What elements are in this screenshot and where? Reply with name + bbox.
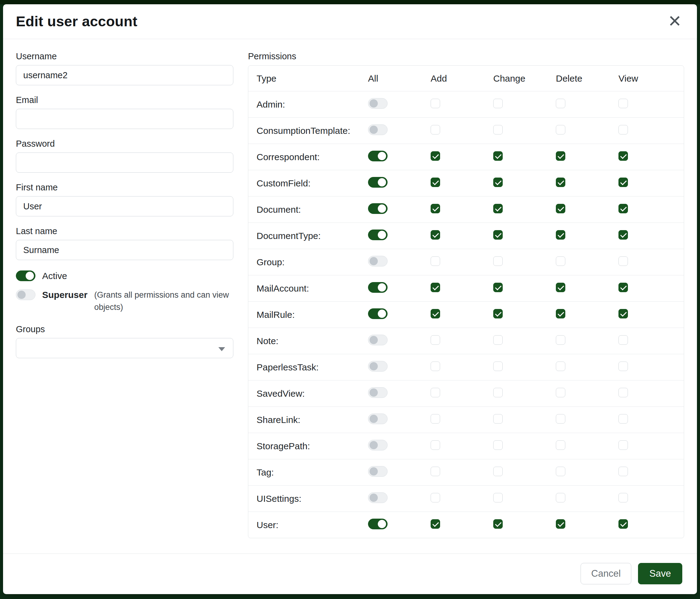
permission-add-checkbox[interactable] <box>431 230 440 240</box>
groups-select[interactable] <box>16 338 233 358</box>
superuser-toggle[interactable] <box>16 289 35 300</box>
permission-all-toggle[interactable] <box>368 256 388 266</box>
permission-all-toggle[interactable] <box>368 282 388 293</box>
permission-all-toggle[interactable] <box>368 177 388 188</box>
permission-add-checkbox[interactable] <box>431 151 440 161</box>
permission-all-toggle[interactable] <box>368 440 388 451</box>
permission-view-checkbox[interactable] <box>619 414 628 424</box>
permission-change-checkbox[interactable] <box>493 467 503 476</box>
permission-delete-checkbox[interactable] <box>556 230 565 240</box>
permission-all-toggle[interactable] <box>368 519 388 529</box>
toggle-knob <box>370 257 378 265</box>
permission-add-checkbox[interactable] <box>431 204 440 213</box>
first-name-field[interactable] <box>16 196 233 216</box>
permission-all-toggle[interactable] <box>368 492 388 503</box>
permission-change-checkbox[interactable] <box>493 440 503 450</box>
permission-change-checkbox[interactable] <box>493 230 503 240</box>
permission-add-checkbox[interactable] <box>431 388 440 397</box>
permission-view-checkbox[interactable] <box>619 151 628 161</box>
permission-delete-checkbox[interactable] <box>556 362 565 371</box>
permission-delete-checkbox[interactable] <box>556 309 565 318</box>
permission-all-toggle[interactable] <box>368 230 388 240</box>
permission-delete-checkbox[interactable] <box>556 467 565 476</box>
permission-add-checkbox[interactable] <box>431 467 440 476</box>
permission-delete-checkbox[interactable] <box>556 257 565 266</box>
permission-delete-checkbox[interactable] <box>556 414 565 424</box>
permission-view-checkbox[interactable] <box>619 493 628 502</box>
permission-delete-checkbox[interactable] <box>556 493 565 502</box>
password-field[interactable] <box>16 152 233 173</box>
permission-all-toggle[interactable] <box>368 308 388 319</box>
username-group: Username <box>16 51 233 85</box>
permission-all-toggle[interactable] <box>368 98 388 109</box>
permission-add-checkbox[interactable] <box>431 257 440 266</box>
permission-add-checkbox[interactable] <box>431 414 440 424</box>
permission-view-checkbox[interactable] <box>619 283 628 292</box>
permission-view-checkbox[interactable] <box>619 309 628 318</box>
permission-view-checkbox[interactable] <box>619 125 628 135</box>
permission-view-checkbox[interactable] <box>619 177 628 187</box>
permission-view-checkbox[interactable] <box>619 440 628 450</box>
permission-all-toggle[interactable] <box>368 151 388 161</box>
permission-delete-checkbox[interactable] <box>556 388 565 397</box>
permission-view-checkbox[interactable] <box>619 204 628 213</box>
permission-view-checkbox[interactable] <box>619 467 628 476</box>
permission-all-toggle[interactable] <box>368 335 388 345</box>
permission-add-checkbox[interactable] <box>431 493 440 502</box>
permission-change-checkbox[interactable] <box>493 204 503 213</box>
username-input[interactable] <box>16 65 233 85</box>
permission-change-checkbox[interactable] <box>493 335 503 345</box>
permission-change-checkbox[interactable] <box>493 493 503 502</box>
permission-all-toggle[interactable] <box>368 466 388 477</box>
permission-add-checkbox[interactable] <box>431 440 440 450</box>
permission-delete-checkbox[interactable] <box>556 151 565 161</box>
cancel-button[interactable]: Cancel <box>581 563 632 584</box>
permission-add-checkbox[interactable] <box>431 99 440 108</box>
permission-all-toggle[interactable] <box>368 413 388 424</box>
permission-delete-checkbox[interactable] <box>556 335 565 345</box>
last-name-field[interactable] <box>16 240 233 260</box>
permission-change-checkbox[interactable] <box>493 257 503 266</box>
close-icon[interactable]: ✕ <box>666 13 683 30</box>
permission-view-checkbox[interactable] <box>619 257 628 266</box>
permission-all-toggle[interactable] <box>368 124 388 135</box>
permission-change-checkbox[interactable] <box>493 125 503 135</box>
permission-change-checkbox[interactable] <box>493 177 503 187</box>
permission-add-checkbox[interactable] <box>431 362 440 371</box>
permission-delete-checkbox[interactable] <box>556 99 565 108</box>
permission-change-checkbox[interactable] <box>493 414 503 424</box>
active-toggle[interactable] <box>16 270 35 281</box>
permission-view-checkbox[interactable] <box>619 519 628 529</box>
permission-delete-checkbox[interactable] <box>556 283 565 292</box>
permission-view-checkbox[interactable] <box>619 362 628 371</box>
permission-add-checkbox[interactable] <box>431 335 440 345</box>
permission-add-checkbox[interactable] <box>431 519 440 529</box>
permission-all-toggle[interactable] <box>368 387 388 398</box>
permission-type-label: StoragePath: <box>248 441 368 451</box>
permission-all-toggle[interactable] <box>368 203 388 214</box>
permission-change-checkbox[interactable] <box>493 519 503 529</box>
permission-delete-checkbox[interactable] <box>556 177 565 187</box>
permission-change-checkbox[interactable] <box>493 362 503 371</box>
permission-change-checkbox[interactable] <box>493 151 503 161</box>
permission-add-checkbox[interactable] <box>431 125 440 135</box>
permission-delete-checkbox[interactable] <box>556 204 565 213</box>
permission-change-checkbox[interactable] <box>493 309 503 318</box>
save-button[interactable]: Save <box>638 563 682 584</box>
permission-change-checkbox[interactable] <box>493 388 503 397</box>
permission-change-checkbox[interactable] <box>493 99 503 108</box>
permission-delete-checkbox[interactable] <box>556 519 565 529</box>
permission-add-checkbox[interactable] <box>431 177 440 187</box>
permission-view-checkbox[interactable] <box>619 230 628 240</box>
permission-delete-checkbox[interactable] <box>556 125 565 135</box>
permission-delete-checkbox[interactable] <box>556 440 565 450</box>
permission-change-checkbox[interactable] <box>493 283 503 292</box>
permission-add-checkbox[interactable] <box>431 309 440 318</box>
permission-add-checkbox[interactable] <box>431 283 440 292</box>
permission-view-checkbox[interactable] <box>619 335 628 345</box>
toggle-knob <box>378 152 386 160</box>
permission-view-checkbox[interactable] <box>619 99 628 108</box>
permission-view-checkbox[interactable] <box>619 388 628 397</box>
email-field[interactable] <box>16 109 233 129</box>
permission-all-toggle[interactable] <box>368 361 388 372</box>
